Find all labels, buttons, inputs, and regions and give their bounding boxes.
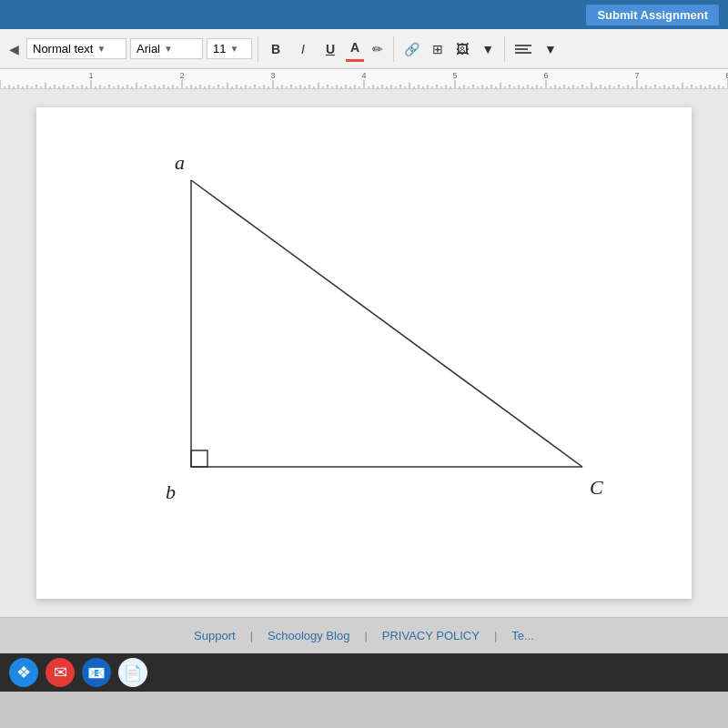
image-dropdown-button[interactable]: ▼ xyxy=(477,36,499,62)
vertex-c-label: C xyxy=(590,476,603,499)
divider-1 xyxy=(258,36,258,62)
style-dropdown[interactable]: Normal text ▼ xyxy=(26,38,126,59)
triangle-diagram: a b C xyxy=(109,144,619,535)
footer-terms-link[interactable]: Te... xyxy=(511,629,534,642)
taskbar-icon-4[interactable]: 📄 xyxy=(118,658,147,687)
divider-3 xyxy=(504,36,505,62)
pencil-icon: ✏ xyxy=(372,42,383,56)
vertex-b-label: b xyxy=(166,480,176,503)
triangle-container: a b C xyxy=(73,135,655,544)
toolbar-back-arrow[interactable]: ◀ xyxy=(5,40,23,58)
image-icon: 🖼 xyxy=(456,42,469,56)
top-bar: Submit Assignment xyxy=(0,0,728,29)
align-line-2 xyxy=(515,48,528,50)
document-area[interactable]: a b C xyxy=(0,89,728,617)
font-dropdown[interactable]: Arial ▼ xyxy=(130,38,203,59)
taskbar: ❖ ✉ 📧 📄 xyxy=(0,653,728,692)
link-button[interactable]: 🔗 xyxy=(399,36,424,62)
size-label: 11 xyxy=(213,42,226,56)
vertex-a-label: a xyxy=(175,151,185,174)
svg-rect-3 xyxy=(191,450,207,467)
style-label: Normal text xyxy=(33,42,93,56)
align-button[interactable] xyxy=(511,36,536,62)
toolbar: ◀ Normal text ▼ Arial ▼ 11 ▼ B I U A ✏ 🔗… xyxy=(0,29,728,69)
add-button[interactable]: ⊞ xyxy=(428,36,448,62)
align-dropdown-chevron-icon: ▼ xyxy=(544,42,557,56)
align-dropdown-button[interactable]: ▼ xyxy=(540,36,561,62)
size-dropdown[interactable]: 11 ▼ xyxy=(207,38,252,59)
style-chevron-icon: ▼ xyxy=(96,44,106,54)
taskbar-icon-1[interactable]: ❖ xyxy=(9,658,38,687)
svg-line-2 xyxy=(191,180,582,467)
font-color-button[interactable]: A xyxy=(346,36,364,62)
footer-sep-1: | xyxy=(250,629,253,642)
submit-assignment-button[interactable]: Submit Assignment xyxy=(586,5,719,25)
font-label: Arial xyxy=(136,42,160,56)
ruler-canvas xyxy=(0,69,728,89)
document-page[interactable]: a b C xyxy=(36,107,692,599)
footer-support-link[interactable]: Support xyxy=(194,629,236,642)
font-chevron-icon: ▼ xyxy=(164,44,173,54)
footer-sep-3: | xyxy=(494,629,497,642)
align-line-3 xyxy=(515,52,531,54)
footer-blog-link[interactable]: Schoology Blog xyxy=(268,629,349,642)
bold-button[interactable]: B xyxy=(264,36,288,62)
underline-button[interactable]: U xyxy=(318,36,342,62)
footer-privacy-link[interactable]: PRIVACY POLICY xyxy=(382,629,480,642)
taskbar-icon-2[interactable]: ✉ xyxy=(46,658,75,687)
divider-2 xyxy=(393,36,394,62)
italic-button[interactable]: I xyxy=(291,36,315,62)
ruler xyxy=(0,69,728,89)
taskbar-icon-3[interactable]: 📧 xyxy=(82,658,111,687)
footer: Support | Schoology Blog | PRIVACY POLIC… xyxy=(0,617,728,653)
align-line-1 xyxy=(515,45,531,46)
link-icon: 🔗 xyxy=(404,42,420,56)
footer-sep-2: | xyxy=(364,629,367,642)
image-button[interactable]: 🖼 xyxy=(451,36,473,62)
pencil-button[interactable]: ✏ xyxy=(368,36,388,62)
size-chevron-icon: ▼ xyxy=(229,44,238,54)
image-dropdown-chevron-icon: ▼ xyxy=(481,42,494,56)
add-icon: ⊞ xyxy=(432,42,443,56)
